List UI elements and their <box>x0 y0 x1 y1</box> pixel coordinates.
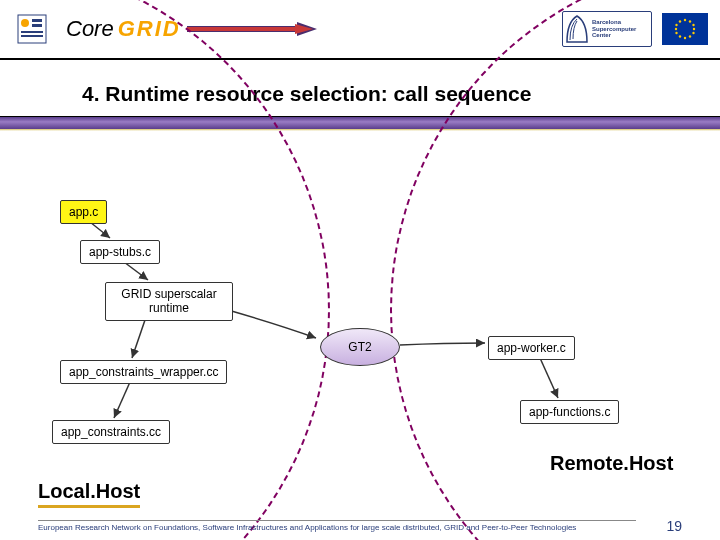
box-app-stubs-c: app-stubs.c <box>80 240 160 264</box>
svg-line-24 <box>540 358 558 398</box>
svg-line-22 <box>132 320 145 358</box>
svg-line-20 <box>90 222 110 238</box>
svg-marker-7 <box>187 24 313 34</box>
box-app-worker: app-worker.c <box>488 336 575 360</box>
box-constraints-wrapper: app_constraints_wrapper.cc <box>60 360 227 384</box>
footer-text: European Research Network on Foundations… <box>38 520 636 532</box>
footer: European Research Network on Foundations… <box>0 518 720 534</box>
box-grid-runtime: GRID superscalar runtime <box>105 282 233 321</box>
svg-line-23 <box>114 382 130 418</box>
box-app-functions: app-functions.c <box>520 400 619 424</box>
svg-line-21 <box>124 262 148 280</box>
remote-host-label: Remote.Host <box>550 452 673 475</box>
page-number: 19 <box>666 518 682 534</box>
local-host-label: Local.Host <box>38 480 140 508</box>
box-constraints: app_constraints.cc <box>52 420 170 444</box>
diagram-area: app.c app-stubs.c GRID superscalar runti… <box>0 130 720 490</box>
coregrid-arrow-icon <box>187 22 317 36</box>
box-app-c: app.c <box>60 200 107 224</box>
box-gt2: GT2 <box>320 328 400 366</box>
